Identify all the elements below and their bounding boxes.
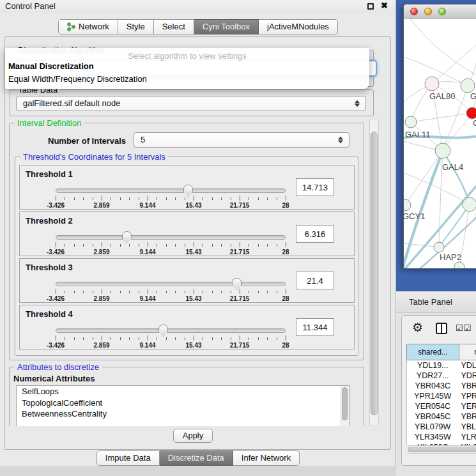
cell-name[interactable]: YDL1 xyxy=(458,360,476,371)
close-traffic-light-icon[interactable] xyxy=(410,8,418,15)
table-row[interactable]: YPR145WYPR1 xyxy=(407,391,476,401)
threshold-3-slider[interactable]: -3.4262.8599.14415.4321.71528 xyxy=(56,278,286,302)
table-row[interactable]: YBR043CYBR0 xyxy=(407,381,476,391)
minimize-traffic-light-icon[interactable] xyxy=(424,8,432,15)
threshold-2-slider[interactable]: -3.4262.8599.14415.4321.71528 xyxy=(56,231,286,256)
combo-stepper-icon xyxy=(338,137,343,144)
cell-shared-name[interactable]: YDL19... xyxy=(407,360,458,371)
threshold-4-slider[interactable]: -3.4262.8599.14415.4321.71528 xyxy=(56,325,286,349)
cell-shared-name[interactable]: YBR045C xyxy=(407,411,458,422)
slider-ticks xyxy=(56,335,286,341)
cell-shared-name[interactable]: YLR345W xyxy=(407,432,458,442)
node-gcy1[interactable] xyxy=(404,199,411,211)
top-tab-bar: Network Style Select Cyni Toolbox jActiv… xyxy=(0,19,396,35)
table-data-select[interactable]: galFiltered.sif default node xyxy=(16,96,366,111)
table-row[interactable]: YBR045CYBR0 xyxy=(407,411,476,422)
node-selected-red[interactable] xyxy=(466,107,476,119)
list-scrollbar[interactable] xyxy=(341,386,349,426)
threshold-4-value-input[interactable]: 11.344 xyxy=(296,318,334,336)
table-header-row: shared... na xyxy=(406,344,476,360)
cell-name[interactable]: YBL0 xyxy=(458,422,476,432)
column-header-name[interactable]: na xyxy=(459,344,476,360)
threshold-2-value-input[interactable]: 6.316 xyxy=(296,225,334,243)
table-row[interactable]: YLR345WYLR3 xyxy=(407,432,476,442)
list-item[interactable]: SelfLoops xyxy=(17,386,349,397)
threshold-1-value-input[interactable]: 14.713 xyxy=(296,178,334,196)
table-row[interactable]: YDL19...YDL1 xyxy=(407,360,476,371)
tab-jactivemnodules[interactable]: jActiveMNodules xyxy=(259,19,338,35)
cell-name[interactable]: YLR3 xyxy=(458,432,476,442)
slider-ticks xyxy=(56,289,286,295)
node-hap2[interactable] xyxy=(434,242,444,252)
numerical-attributes-list[interactable]: SelfLoops TopologicalCoefficient Between… xyxy=(16,385,349,426)
split-columns-icon[interactable] xyxy=(436,323,447,334)
slider-track xyxy=(56,188,286,193)
node-right-mid[interactable] xyxy=(463,197,476,211)
tab-select[interactable]: Select xyxy=(154,19,194,35)
cell-name[interactable]: YPR1 xyxy=(458,391,476,401)
network-view-window[interactable]: GAL80 G C GAL11 GAL4 GCY1 H HAP2 xyxy=(403,4,476,268)
zoom-traffic-light-icon[interactable] xyxy=(438,8,446,15)
table-body: YDL19...YDL1YDR27...YDR2YBR043CYBR0YPR14… xyxy=(406,360,476,445)
table-panel: Table Panel ⚙ ☑☑ shared... na YDL19...YD… xyxy=(396,291,476,476)
tab-network[interactable]: Network xyxy=(58,19,118,35)
slider-ticks xyxy=(56,196,286,201)
slider-tick-labels: -3.4262.8599.14415.4321.71528 xyxy=(56,249,286,256)
status-strip xyxy=(0,466,396,476)
node-gal11[interactable] xyxy=(405,116,417,128)
table-horizontal-scrollbar[interactable] xyxy=(406,445,476,454)
attributes-group-title: Attributes to discretize xyxy=(15,362,102,372)
cell-name[interactable]: YDR2 xyxy=(458,371,476,381)
threshold-3-value-input[interactable]: 21.4 xyxy=(296,272,334,289)
cell-name[interactable]: YBR0 xyxy=(458,381,476,391)
interval-definition-title: Interval Definition xyxy=(15,119,84,128)
node-label-partial-g: G xyxy=(470,91,476,101)
cell-shared-name[interactable]: YBR043C xyxy=(407,381,458,391)
node-top-right[interactable] xyxy=(461,79,475,93)
tab-network-label: Network xyxy=(79,20,109,34)
threshold-1-slider[interactable]: -3.4262.8599.14415.4321.71528 xyxy=(56,185,286,209)
cell-shared-name[interactable]: YPR145W xyxy=(407,391,458,401)
tab-discretize-data[interactable]: Discretize Data xyxy=(160,450,233,466)
column-header-shared-name[interactable]: shared... xyxy=(407,344,459,360)
scrollbar-thumb[interactable] xyxy=(408,447,476,452)
float-window-icon[interactable] xyxy=(367,3,374,10)
table-row[interactable]: YDR27...YDR2 xyxy=(407,371,476,381)
threshold-panel: Threshold 4 -3.4262.8599.14415.4321.7152… xyxy=(19,305,355,349)
node-bottom-partial[interactable] xyxy=(454,262,464,268)
scrollbar-thumb[interactable] xyxy=(371,132,378,415)
network-window-title-bar[interactable] xyxy=(404,4,476,19)
cell-shared-name[interactable]: YDR27... xyxy=(407,371,458,381)
cell-name[interactable]: YBR0 xyxy=(458,411,476,422)
node-label-hap2: HAP2 xyxy=(440,252,461,262)
apply-button[interactable]: Apply xyxy=(173,429,213,443)
select-columns-checkbox-icon[interactable]: ☑☑ xyxy=(456,323,472,333)
cell-name[interactable]: YER0 xyxy=(458,401,476,411)
network-canvas[interactable]: GAL80 G C GAL11 GAL4 GCY1 H HAP2 xyxy=(404,19,476,268)
tab-cyni-toolbox[interactable]: Cyni Toolbox xyxy=(194,19,259,35)
list-item[interactable]: TopologicalCoefficient xyxy=(17,397,349,409)
network-graph: GAL80 G C GAL11 GAL4 GCY1 H HAP2 xyxy=(404,19,476,268)
node-label-gal11: GAL11 xyxy=(405,130,431,139)
close-icon[interactable]: ✖ xyxy=(381,1,388,10)
node-table-container: ⚙ ☑☑ shared... na YDL19...YDL1YDR27...YD… xyxy=(401,315,476,466)
cell-shared-name[interactable]: YER054C xyxy=(407,401,458,411)
tab-impute-data[interactable]: Impute Data xyxy=(96,450,160,466)
node-label-gcy1: GCY1 xyxy=(404,211,425,221)
tab-infer-network[interactable]: Infer Network xyxy=(233,450,300,466)
node-gal4[interactable] xyxy=(435,143,450,158)
threshold-panel: Threshold 1 -3.4262.8599.14415.4321.7152… xyxy=(19,165,355,210)
dropdown-option-manual[interactable]: Manual Discretization xyxy=(5,60,369,73)
gear-icon[interactable]: ⚙ xyxy=(412,320,423,335)
tab-style[interactable]: Style xyxy=(118,19,154,35)
table-row[interactable]: YBL079WYBL0 xyxy=(407,422,476,432)
screen: Control Panel ✖ Network Style Select Cyn… xyxy=(0,0,476,476)
node-gal80[interactable] xyxy=(425,77,439,91)
list-item[interactable]: BetweennessCentrality xyxy=(17,408,349,420)
number-of-intervals-select[interactable]: 5 xyxy=(134,132,349,148)
panel-scrollbar[interactable] xyxy=(369,119,379,426)
interval-definition-group: Interval Definition Number of Intervals … xyxy=(9,123,364,360)
cell-shared-name[interactable]: YBL079W xyxy=(407,422,458,432)
table-row[interactable]: YER054CYER0 xyxy=(407,401,476,411)
dropdown-option-equal-width[interactable]: Equal Width/Frequency Discretization xyxy=(5,73,369,86)
